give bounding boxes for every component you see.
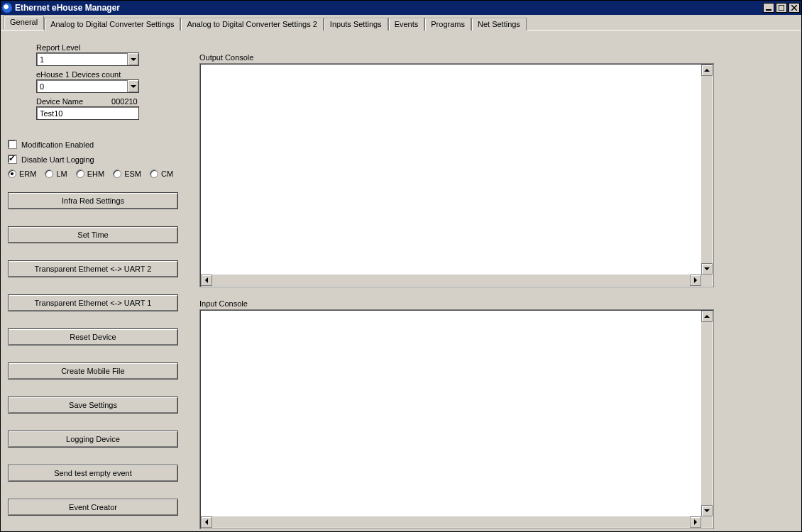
- report-level-value: 1: [37, 55, 127, 64]
- vertical-scrollbar[interactable]: [701, 311, 713, 516]
- report-level-combo[interactable]: 1: [36, 52, 139, 66]
- scroll-down-icon[interactable]: [701, 263, 713, 275]
- client-area: Report Level 1 eHouse 1 Devices count 0 …: [1, 31, 801, 531]
- radio-cm[interactable]: CM: [150, 170, 173, 178]
- checkbox-icon: [8, 140, 17, 149]
- radio-selected-icon: [8, 170, 16, 178]
- tab-adc-settings-2[interactable]: Analog to Digital Converter Settings 2: [180, 18, 323, 31]
- tab-inputs-settings[interactable]: Inputs Settings: [324, 18, 388, 31]
- vertical-scrollbar[interactable]: [701, 65, 713, 275]
- tab-programs[interactable]: Programs: [424, 18, 471, 31]
- scroll-right-icon[interactable]: [690, 275, 701, 286]
- devices-count-combo[interactable]: 0: [36, 79, 139, 93]
- horizontal-scrollbar[interactable]: [201, 516, 701, 528]
- output-console-label: Output Console: [199, 53, 253, 62]
- radio-erm[interactable]: ERM: [8, 170, 36, 178]
- radio-label: LM: [56, 170, 67, 178]
- minimize-button[interactable]: [763, 3, 774, 13]
- reset-device-button[interactable]: Reset Device: [8, 328, 178, 345]
- tab-general[interactable]: General: [4, 16, 44, 30]
- devices-count-value: 0: [37, 82, 127, 91]
- radio-icon: [45, 170, 53, 178]
- radio-lm[interactable]: LM: [45, 170, 67, 178]
- scroll-left-icon[interactable]: [201, 516, 212, 528]
- report-level-label: Report Level: [36, 43, 189, 52]
- close-button[interactable]: [789, 3, 800, 13]
- title-bar: Ethernet eHouse Manager: [1, 1, 801, 15]
- tab-net-settings[interactable]: Net Settings: [471, 18, 527, 31]
- tab-events[interactable]: Events: [388, 18, 425, 31]
- input-console-label: Input Console: [199, 299, 248, 308]
- scroll-down-icon[interactable]: [701, 505, 713, 516]
- maximize-button[interactable]: [776, 3, 787, 13]
- horizontal-scrollbar[interactable]: [201, 275, 701, 286]
- mode-radio-group: ERM LM EHM ESM CM: [8, 170, 189, 178]
- scroll-up-icon[interactable]: [701, 65, 713, 76]
- output-console[interactable]: [199, 63, 714, 287]
- svg-rect-0: [766, 9, 771, 11]
- create-mobile-file-button[interactable]: Create Mobile File: [8, 362, 178, 379]
- save-settings-button[interactable]: Save Settings: [8, 397, 178, 414]
- radio-label: CM: [161, 170, 173, 178]
- radio-icon: [150, 170, 158, 178]
- logging-device-button[interactable]: Logging Device: [8, 431, 178, 448]
- device-name-input[interactable]: Test10: [36, 106, 139, 120]
- radio-ehm[interactable]: EHM: [76, 170, 104, 178]
- svg-rect-1: [779, 5, 784, 11]
- input-console[interactable]: [199, 309, 714, 529]
- chevron-down-icon[interactable]: [127, 80, 138, 92]
- set-time-button[interactable]: Set Time: [8, 226, 178, 243]
- left-column: Report Level 1 eHouse 1 Devices count 0 …: [8, 43, 189, 532]
- app-icon: [2, 3, 12, 13]
- send-test-empty-event-button[interactable]: Send test empty event: [8, 465, 178, 482]
- radio-icon: [113, 170, 121, 178]
- radio-label: ERM: [19, 170, 36, 178]
- scroll-left-icon[interactable]: [201, 275, 212, 286]
- window-title: Ethernet eHouse Manager: [15, 3, 762, 13]
- device-name-label: Device Name: [36, 97, 83, 106]
- size-grip-icon: [701, 516, 713, 528]
- modification-enabled-label: Modification Enabled: [21, 140, 94, 149]
- event-creator-button[interactable]: Event Creator: [8, 499, 178, 516]
- disable-uart-logging-checkbox[interactable]: Disable Uart Logging: [8, 155, 189, 164]
- modification-enabled-checkbox[interactable]: Modification Enabled: [8, 140, 189, 149]
- disable-uart-logging-label: Disable Uart Logging: [21, 155, 94, 164]
- device-id-label: 000210: [111, 97, 138, 106]
- devices-count-label: eHouse 1 Devices count: [36, 70, 189, 79]
- button-column: Infra Red Settings Set Time Transparent …: [8, 192, 189, 516]
- scroll-right-icon[interactable]: [690, 516, 701, 528]
- tab-adc-settings[interactable]: Analog to Digital Converter Settings: [44, 18, 180, 31]
- radio-esm[interactable]: ESM: [113, 170, 141, 178]
- chevron-down-icon[interactable]: [127, 53, 138, 65]
- device-name-value: Test10: [40, 109, 62, 118]
- checkbox-checked-icon: [8, 155, 17, 164]
- radio-icon: [76, 170, 84, 178]
- infra-red-settings-button[interactable]: Infra Red Settings: [8, 192, 178, 209]
- scroll-up-icon[interactable]: [701, 311, 713, 322]
- radio-label: EHM: [87, 170, 104, 178]
- radio-label: ESM: [124, 170, 141, 178]
- size-grip-icon: [701, 275, 713, 286]
- transparent-ethernet-uart2-button[interactable]: Transparent Ethernet <-> UART 2: [8, 260, 178, 277]
- transparent-ethernet-uart1-button[interactable]: Transparent Ethernet <-> UART 1: [8, 294, 178, 311]
- tab-bar: General Analog to Digital Converter Sett…: [1, 15, 801, 31]
